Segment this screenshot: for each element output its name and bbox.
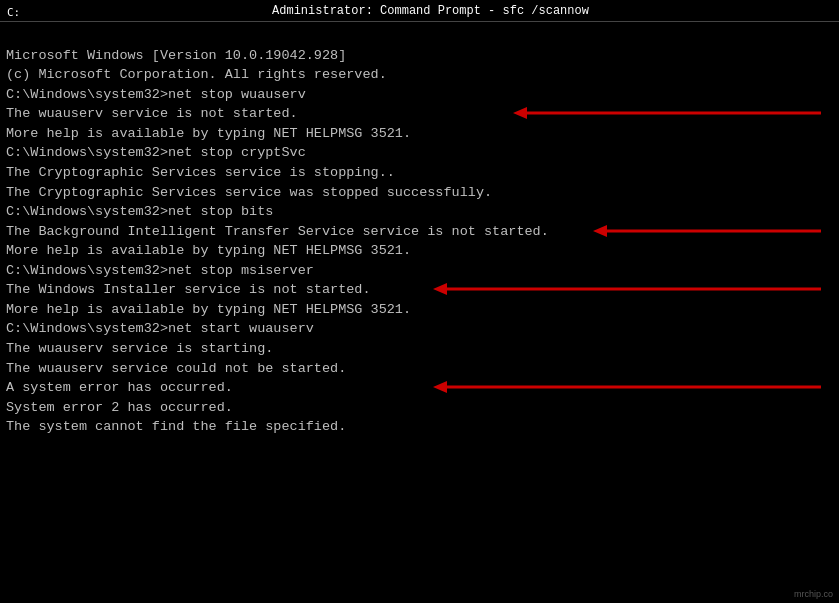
terminal-line-l16: The Background Intelligent Transfer Serv… [6, 222, 833, 242]
terminal-line-l21: C:\Windows\system32>net stop msiserver [6, 261, 833, 281]
svg-marker-5 [593, 225, 607, 237]
red-arrow-svg [433, 378, 823, 396]
terminal-line-l31: A system error has occurred. [6, 378, 833, 398]
svg-marker-7 [433, 283, 447, 295]
terminal-line-l7: More help is available by typing NET HEL… [6, 124, 833, 144]
terminal-line-l28: The wuauserv service is starting. [6, 339, 833, 359]
terminal-line-l2: (c) Microsoft Corporation. All rights re… [6, 65, 833, 85]
terminal-line-l35: The system cannot find the file specifie… [6, 417, 833, 437]
svg-text:C:: C: [7, 6, 20, 19]
terminal-line-l18: More help is available by typing NET HEL… [6, 241, 833, 261]
terminal-line-l33: System error 2 has occurred. [6, 398, 833, 418]
terminal-line-l11: The Cryptographic Services service is st… [6, 163, 833, 183]
svg-marker-3 [513, 107, 527, 119]
terminal-line-l10: C:\Windows\system32>net stop cryptSvc [6, 143, 833, 163]
cmd-icon: C: [6, 3, 22, 19]
red-arrow-svg [433, 280, 823, 298]
terminal-line-l15: C:\Windows\system32>net stop bits [6, 202, 833, 222]
terminal-line-l29: The wuauserv service could not be starte… [6, 359, 833, 379]
terminal-line-l1: Microsoft Windows [Version 10.0.19042.92… [6, 46, 833, 66]
title-bar-text: Administrator: Command Prompt - sfc /sca… [28, 4, 833, 18]
title-bar: C: Administrator: Command Prompt - sfc /… [0, 0, 839, 22]
line-text: The wuauserv service is not started. [6, 106, 298, 121]
watermark: mrchip.co [794, 589, 833, 599]
line-text: A system error has occurred. [6, 380, 233, 395]
red-arrow-svg [513, 104, 823, 122]
terminal-line-l27: C:\Windows\system32>net start wuauserv [6, 319, 833, 339]
terminal-line-l22: The Windows Installer service is not sta… [6, 280, 833, 300]
terminal-line-l5: The wuauserv service is not started. [6, 104, 833, 124]
terminal-line-l4: C:\Windows\system32>net stop wuauserv [6, 85, 833, 105]
line-text: The Background Intelligent Transfer Serv… [6, 224, 549, 239]
red-arrow-svg [593, 222, 823, 240]
terminal-body: Microsoft Windows [Version 10.0.19042.92… [0, 22, 839, 441]
terminal-line-l12: The Cryptographic Services service was s… [6, 183, 833, 203]
svg-marker-9 [433, 381, 447, 393]
line-text: The Windows Installer service is not sta… [6, 282, 371, 297]
terminal-line-l24: More help is available by typing NET HEL… [6, 300, 833, 320]
